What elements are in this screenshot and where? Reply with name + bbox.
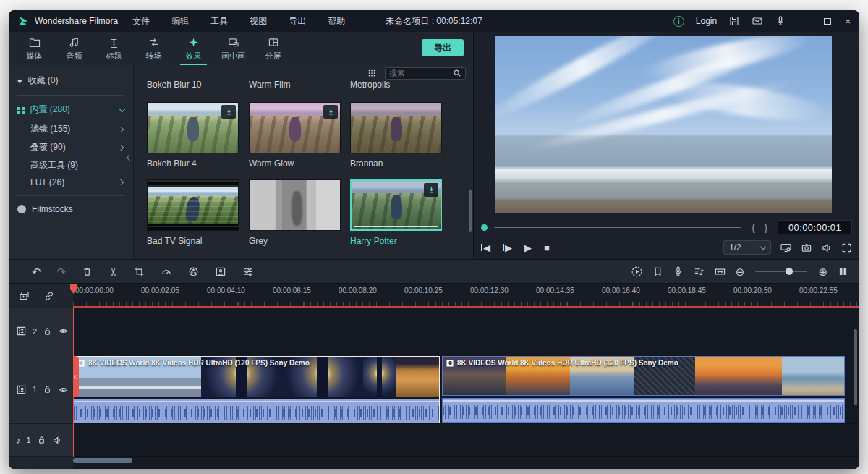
speed-icon[interactable] (161, 266, 172, 277)
marker-icon[interactable] (652, 266, 663, 277)
preview-video[interactable] (495, 36, 832, 213)
microphone-icon[interactable] (775, 15, 786, 27)
undo-button[interactable]: ↶ (32, 266, 41, 277)
sidebar-item-filters[interactable]: 滤镜 (155) (9, 120, 133, 138)
horizontal-scrollbar[interactable] (73, 458, 132, 463)
mark-out-icon[interactable]: } (765, 222, 767, 233)
restore-button[interactable] (824, 18, 831, 25)
menu-file[interactable]: 文件 (132, 15, 150, 27)
video-clip[interactable]: 8K VIDEOS World 8K Videos HDR UltraHD (1… (442, 356, 845, 423)
fullscreen-icon[interactable] (841, 242, 852, 253)
timeline-ruler[interactable]: 00:00:00:00 00:00:02:05 00:00:04:10 00:0… (73, 284, 859, 308)
vertical-scrollbar[interactable] (854, 329, 857, 405)
volume-icon[interactable] (821, 242, 833, 253)
minimize-button[interactable]: – (805, 16, 810, 27)
tab-audio[interactable]: 音频 (54, 32, 94, 65)
lock-icon[interactable] (43, 326, 52, 337)
seek-bar[interactable] (494, 227, 741, 228)
menu-help[interactable]: 帮助 (328, 15, 345, 27)
mail-icon[interactable] (752, 15, 763, 27)
lock-icon[interactable] (43, 384, 52, 394)
sidebar-item-filmstocks[interactable]: Filmstocks (9, 201, 133, 217)
menu-view[interactable]: 视图 (250, 15, 267, 27)
download-icon[interactable] (221, 105, 236, 119)
sidebar-item-overlays[interactable]: 叠覆 (90) (9, 138, 133, 156)
play-button[interactable]: ▶ (524, 242, 532, 253)
split-scissors-button[interactable]: ✂ (108, 267, 119, 276)
grid-view-icon[interactable] (367, 68, 377, 78)
video-track-2-lane[interactable] (73, 308, 859, 355)
zoom-out-icon[interactable]: ⊖ (736, 266, 745, 277)
voiceover-mic-icon[interactable] (673, 266, 684, 277)
motion-tracking-icon[interactable] (215, 266, 226, 277)
effect-cell[interactable]: Brannan (350, 102, 442, 169)
quality-select[interactable]: 1/2 (723, 240, 771, 255)
tab-titles[interactable]: T 标题 (94, 32, 134, 65)
effect-cell[interactable]: Warm Glow (249, 102, 341, 169)
close-button[interactable]: × (845, 16, 851, 27)
tab-effects[interactable]: 效果 (174, 32, 213, 65)
snapshot-camera-icon[interactable] (801, 242, 812, 253)
next-frame-button[interactable]: ▶ (503, 242, 512, 253)
display-settings-icon[interactable] (780, 242, 792, 253)
export-button[interactable]: 导出 (422, 39, 464, 56)
effect-cell[interactable]: Bokeh Blur 4 (147, 102, 239, 169)
seek-handle[interactable] (481, 224, 488, 231)
sidebar-item-lut[interactable]: LUT (26) (9, 174, 133, 190)
render-preview-icon[interactable] (631, 266, 643, 278)
add-track-icon[interactable] (18, 290, 30, 302)
effect-thumbnail[interactable] (350, 102, 442, 153)
search-box[interactable] (385, 67, 466, 80)
download-icon[interactable] (323, 105, 338, 119)
effect-thumbnail[interactable] (350, 179, 442, 231)
clip-trim-handle[interactable] (73, 356, 79, 397)
lock-icon[interactable] (37, 435, 46, 445)
color-correction-icon[interactable] (188, 266, 199, 277)
sidebar-item-builtin[interactable]: 内置 (280) (9, 101, 133, 120)
effect-thumbnail[interactable] (147, 179, 239, 231)
link-icon[interactable] (43, 290, 55, 302)
sidebar-item-advanced-tools[interactable]: 高级工具 (9) (9, 156, 133, 174)
tab-transitions[interactable]: 转场 (134, 32, 174, 65)
effects-scrollbar[interactable] (469, 190, 472, 232)
zoom-slider-handle[interactable] (786, 268, 793, 275)
info-icon[interactable]: i (673, 16, 684, 27)
previous-frame-button[interactable]: ◀ (481, 242, 490, 253)
sidebar-item-favorites[interactable]: ♥ 收藏 (0) (9, 72, 133, 90)
tab-splitscreen[interactable]: 分屏 (253, 32, 293, 65)
adjust-sliders-icon[interactable] (242, 266, 254, 277)
redo-button[interactable]: ↷ (57, 266, 67, 277)
effect-thumbnail[interactable] (249, 179, 341, 231)
search-input[interactable] (389, 69, 453, 77)
stop-button[interactable]: ■ (544, 242, 550, 253)
menu-tools[interactable]: 工具 (210, 15, 228, 27)
menu-edit[interactable]: 编辑 (171, 15, 189, 27)
effect-cell-selected[interactable]: Harry Potter (350, 179, 442, 246)
download-icon[interactable] (424, 183, 438, 197)
fit-timeline-icon[interactable] (714, 266, 726, 277)
zoom-in-icon[interactable]: ⊕ (818, 266, 827, 277)
audio-track-1-lane[interactable] (73, 424, 859, 457)
menu-export[interactable]: 导出 (289, 15, 306, 27)
video-track-1-lane[interactable]: 8K VIDEOS World 8K Videos HDR UltraHD (1… (73, 355, 859, 424)
mark-in-icon[interactable]: { (752, 222, 754, 233)
save-icon[interactable] (728, 15, 740, 27)
search-icon[interactable] (453, 69, 461, 77)
crop-icon[interactable] (134, 266, 145, 277)
favorites-label: 收藏 (0) (28, 75, 59, 87)
eye-icon[interactable] (58, 385, 69, 394)
tab-media[interactable]: 媒体 (14, 32, 54, 65)
timeline-view-icon[interactable] (837, 266, 849, 277)
eye-icon[interactable] (58, 326, 69, 336)
video-clip-selected[interactable]: 8K VIDEOS World 8K Videos HDR UltraHD (1… (73, 356, 440, 423)
zoom-slider[interactable] (755, 271, 807, 272)
speaker-icon[interactable] (52, 436, 62, 445)
delete-icon[interactable] (82, 266, 93, 277)
tab-pip[interactable]: 画中画 (213, 32, 253, 65)
effect-thumbnail[interactable] (249, 102, 341, 153)
audio-mixer-icon[interactable] (693, 266, 705, 277)
effect-cell[interactable]: Bad TV Signal (147, 179, 239, 246)
effect-thumbnail[interactable] (147, 102, 239, 153)
effect-cell[interactable]: Grey (249, 179, 341, 246)
login-button[interactable]: Login (696, 16, 717, 26)
